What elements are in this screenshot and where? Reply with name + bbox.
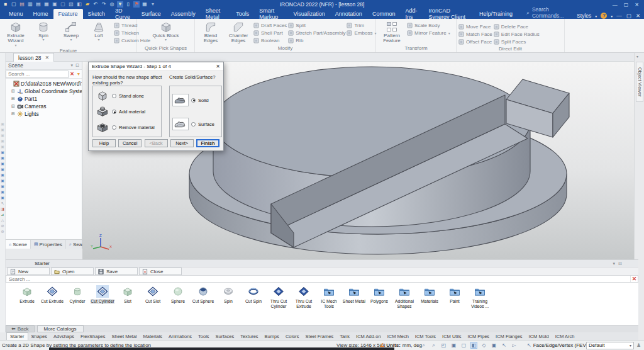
radio-icon[interactable] [112, 94, 116, 98]
catalog-new-button[interactable]: New [7, 268, 50, 275]
catalog-tab[interactable]: ICM Utils [439, 332, 464, 340]
catalog-item[interactable]: Cut Cylinder [90, 285, 115, 304]
catalog-item[interactable]: Extrude [14, 285, 40, 304]
ribbon-small-button[interactable]: Draft Faces [253, 22, 287, 29]
catalog-pin-icon[interactable]: ⊡ [618, 261, 622, 266]
ribbon-tab[interactable]: Surface [136, 9, 166, 19]
ribbon-small-button[interactable]: Stretch Part/Assembly [288, 30, 345, 37]
catalog-item[interactable]: Cut Sphere [191, 285, 216, 304]
minimize-button[interactable]: — [613, 2, 618, 8]
catalog-item[interactable]: IC Mech Tools [316, 285, 341, 309]
ribbon-big-button[interactable]: Extrude Wizard [2, 20, 30, 47]
tree-item-cameras[interactable]: Cameras [7, 103, 82, 110]
catalog-tab[interactable]: Starter [6, 332, 28, 340]
ribbon-small-button[interactable]: Offset Face [458, 38, 492, 45]
catalog-tab[interactable]: ICM Tools [412, 332, 439, 340]
catalog-tab[interactable]: Animations [165, 332, 195, 340]
help-icon[interactable]: ? [601, 13, 607, 19]
catalog-tab[interactable]: ICM Arch [552, 332, 578, 340]
catalog-tab[interactable]: FlexShapes [77, 332, 109, 340]
pick-filter-icon[interactable]: ▻ [511, 342, 518, 348]
catalog-close-button[interactable]: Close [139, 268, 182, 275]
tree-item-part1[interactable]: Part1 [7, 95, 82, 103]
render-mode-icon[interactable]: ◧ [470, 342, 477, 349]
catalog-tab[interactable]: Textures [237, 332, 261, 340]
catalog-item[interactable]: Paint [442, 285, 467, 304]
ribbon-small-button[interactable]: Mirror Feature [407, 30, 450, 37]
expander-icon[interactable] [11, 89, 16, 94]
zoom-fit-icon[interactable]: ⌕ [430, 342, 437, 349]
wireframe-mode-icon[interactable]: ▢ [460, 342, 467, 348]
tree-item-lights[interactable]: Lights [7, 110, 82, 118]
help-button[interactable]: Help [92, 139, 116, 147]
dialog-close-icon[interactable]: ✕ [216, 64, 220, 69]
expander-icon[interactable] [11, 104, 16, 109]
circle-tool-icon[interactable]: ⊘ [1, 224, 5, 229]
catalog-tab[interactable]: ICM Mold [526, 332, 552, 340]
doc-minimize-button[interactable]: — [616, 13, 622, 19]
ribbon-small-button[interactable]: Move Face [458, 23, 492, 30]
filter-icon[interactable]: ▼ [75, 72, 82, 76]
expander-icon[interactable] [11, 111, 16, 116]
catalog-tab[interactable]: Tank [336, 332, 353, 340]
ribbon-tab[interactable]: Smart Markup [254, 9, 288, 19]
ribbon-tab[interactable]: Visualization [288, 9, 330, 19]
radio-icon[interactable] [191, 122, 196, 127]
catalog-tab[interactable]: Materials [140, 332, 165, 340]
ribbon-tab[interactable]: Feature [53, 9, 83, 19]
catalog-item[interactable]: Training Videos ... [467, 285, 492, 309]
user-icon[interactable]: ♟ [636, 342, 641, 348]
render-style-dropdown[interactable]: Default ▾ [586, 342, 634, 349]
view-tool-icon[interactable]: ▣ [1, 128, 5, 132]
ribbon-tab[interactable]: Add-Ins [400, 9, 423, 19]
catalog-item[interactable]: Spin [216, 285, 241, 304]
panel-tab[interactable]: ⌂Scene [6, 240, 31, 249]
view-tool-icon[interactable]: ▣ [1, 139, 5, 144]
clear-search-icon[interactable]: ✕ [69, 71, 75, 77]
view-cube-icon[interactable]: ▣ [1, 173, 5, 178]
help-caret-icon[interactable]: ▾ [611, 14, 613, 18]
camera-tool-icon[interactable]: ◨ [1, 207, 5, 212]
ribbon-tab[interactable]: Tools [231, 9, 254, 19]
tree-item-scene-root[interactable]: D:\data\2018 NEW\Word\TECH-NE [7, 80, 82, 88]
catalog-item[interactable]: Cylinder [65, 285, 90, 304]
view-cube-icon[interactable]: ▣ [1, 162, 5, 166]
ribbon-small-button[interactable]: Rib [288, 37, 345, 44]
back-button[interactable]: ⬅ Back [6, 325, 35, 332]
ribbon-big-button[interactable]: Quick Block [152, 20, 180, 42]
doc-restore-button[interactable]: ▢ [626, 13, 631, 19]
restore-button[interactable]: ▢ [624, 2, 629, 8]
catalog-item[interactable]: Slot [115, 285, 140, 304]
ribbon-small-button[interactable]: Split [288, 22, 345, 29]
spin-mode-icon[interactable]: ▣ [491, 342, 497, 348]
styles-menu[interactable]: Styles [577, 13, 591, 19]
pin-icon[interactable]: ⊡ [75, 63, 79, 68]
object-viewer-tab[interactable]: Object Viewer [636, 62, 643, 102]
catalog-search-input[interactable] [6, 276, 630, 282]
next-button[interactable]: Next> [170, 139, 194, 147]
zoom-in-icon[interactable]: ⌕ [420, 342, 427, 349]
ribbon-tab[interactable]: Home [28, 9, 53, 19]
view-cube-icon[interactable]: ▣ [1, 156, 5, 161]
catalog-item[interactable]: Materials [417, 285, 442, 304]
catalog-tab[interactable]: Tools [195, 332, 213, 340]
dock-caret-icon[interactable]: ▾ [636, 54, 638, 59]
panel-tab[interactable]: ▤Properties [31, 240, 66, 249]
ruler-tool-icon[interactable]: △ [1, 218, 5, 223]
scene-search-input[interactable] [6, 71, 69, 78]
ribbon-small-button[interactable]: Scale Body [407, 22, 450, 29]
catalog-item[interactable]: Cut Slot [140, 285, 165, 304]
ribbon-tab[interactable]: Help/Training [474, 9, 518, 19]
catalog-item[interactable]: Polygons [367, 285, 392, 304]
ribbon-tab[interactable]: Common [367, 9, 401, 19]
close-tab-icon[interactable]: ✕ [45, 55, 49, 60]
option-surface[interactable]: Surface [172, 112, 219, 136]
option-add-material[interactable]: Add material [96, 104, 158, 120]
catalog-tab[interactable]: ICM Mech [384, 332, 412, 340]
panel-caret-icon[interactable]: ▾ [71, 63, 74, 68]
cancel-button[interactable]: Cancel [118, 139, 142, 147]
doc-close-button[interactable]: ✕ [636, 13, 640, 19]
catalog-clear-search-icon[interactable]: ✕ [630, 276, 638, 282]
catalog-tab[interactable]: Shapes [28, 332, 50, 340]
ribbon-small-button[interactable]: Trim [347, 22, 376, 29]
